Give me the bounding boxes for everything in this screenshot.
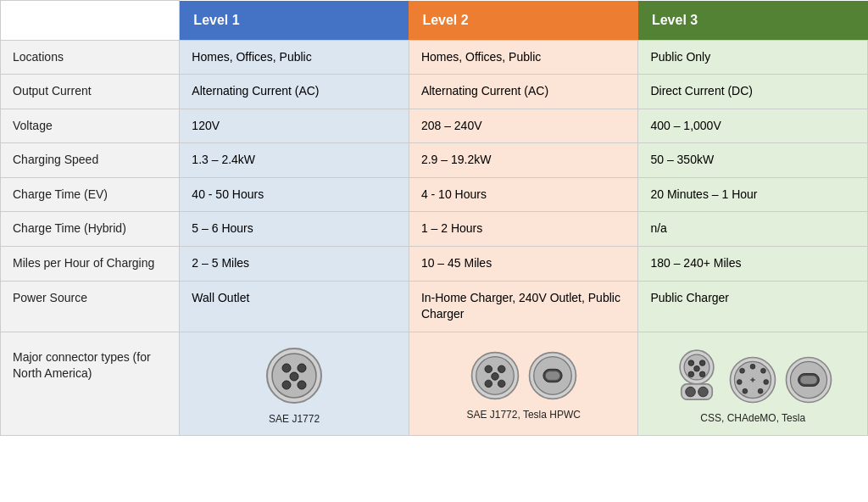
cell-l3: 400 – 1,000V [638, 109, 868, 143]
connector-l3-cell: CSS, CHAdeMO, Tesla [638, 332, 868, 435]
cell-l3: n/a [638, 212, 868, 247]
svg-point-3 [298, 364, 306, 372]
cell-l2: 4 - 10 Hours [409, 177, 638, 212]
cell-l1: 2 – 5 Miles [180, 247, 409, 282]
svg-point-21 [700, 360, 706, 366]
l3-connector-label: CSS, CHAdeMO, Tesla [647, 411, 859, 426]
connector-label-cell: Major connector types (for North America… [1, 332, 180, 435]
row-label: Charge Time (Hybrid) [1, 212, 180, 247]
connector-l1-cell: SAE J1772 [180, 332, 409, 435]
cell-l3: 180 – 240+ Miles [638, 247, 868, 282]
tesla-hpwc-icon [527, 350, 578, 401]
row-label: Locations [1, 40, 180, 75]
table-row: Charge Time (EV)40 - 50 Hours4 - 10 Hour… [1, 177, 868, 212]
cell-l1: Alternating Current (AC) [180, 75, 409, 109]
row-label: Charge Time (EV) [1, 177, 180, 212]
svg-point-23 [688, 371, 694, 377]
cell-l2: 1 – 2 Hours [409, 212, 638, 247]
header-empty [1, 1, 180, 41]
table-row: Voltage120V208 – 240V400 – 1,000V [1, 109, 868, 143]
header-level1: Level 1 [180, 1, 409, 41]
table-row: Power SourceWall OutletIn-Home Charger, … [1, 281, 868, 332]
cell-l2: In-Home Charger, 240V Outlet, Public Cha… [409, 281, 638, 332]
cell-l2: 10 – 45 Miles [409, 247, 638, 282]
svg-point-33 [758, 388, 763, 393]
l2-connector-label: SAE J1772, Tesla HPWC [418, 408, 630, 422]
cell-l1: 40 - 50 Hours [180, 177, 409, 212]
connector-l2-cell: SAE J1772, Tesla HPWC [409, 332, 638, 435]
svg-point-20 [688, 360, 694, 366]
cell-l1: Wall Outlet [180, 281, 409, 332]
row-label: Voltage [1, 109, 180, 143]
svg-point-22 [694, 365, 700, 371]
svg-point-12 [485, 380, 492, 388]
cell-l2: Alternating Current (AC) [409, 75, 638, 109]
cell-l1: 120V [180, 109, 409, 143]
svg-point-35 [737, 379, 743, 384]
svg-rect-42 [800, 376, 817, 384]
table-row: Charging Speed1.3 – 2.4kW2.9 – 19.2kW50 … [1, 143, 868, 178]
sae-j1772-icon [264, 346, 324, 405]
tesla-sc-icon [784, 355, 833, 404]
table-row: LocationsHomes, Offices, PublicHomes, Of… [1, 40, 868, 75]
svg-point-6 [298, 381, 306, 389]
row-label: Miles per Hour of Charging [1, 247, 180, 282]
cell-l1: 1.3 – 2.4kW [180, 143, 409, 178]
header-level3: Level 3 [638, 1, 868, 41]
table-row: Miles per Hour of Charging2 – 5 Miles10 … [1, 247, 868, 282]
row-label: Power Source [1, 281, 180, 332]
svg-point-13 [498, 380, 505, 388]
svg-point-31 [761, 368, 766, 373]
svg-point-4 [290, 372, 298, 381]
svg-point-11 [491, 372, 498, 380]
css-icon [672, 347, 721, 404]
cell-l3: 50 – 350kW [638, 143, 868, 178]
l2-sae-j1772-icon [470, 350, 520, 401]
svg-point-36 [740, 368, 745, 373]
cell-l2: Homes, Offices, Public [409, 40, 638, 75]
svg-point-34 [743, 388, 748, 393]
header-level2: Level 2 [409, 1, 638, 41]
cell-l2: 2.9 – 19.2kW [409, 143, 638, 178]
svg-point-10 [498, 365, 505, 373]
svg-point-32 [764, 379, 769, 384]
svg-point-2 [282, 364, 291, 372]
svg-point-27 [698, 387, 709, 397]
chademo-icon [728, 355, 777, 404]
svg-point-26 [686, 387, 696, 397]
cell-l1: Homes, Offices, Public [180, 40, 409, 75]
row-label: Output Current [1, 75, 180, 109]
svg-point-24 [700, 371, 706, 377]
ev-comparison-table: Level 1 Level 2 Level 3 LocationsHomes, … [0, 0, 868, 436]
svg-point-9 [485, 365, 492, 373]
cell-l3: Public Charger [638, 281, 868, 332]
row-label: Charging Speed [1, 143, 180, 178]
cell-l3: Public Only [638, 40, 868, 75]
cell-l1: 5 – 6 Hours [180, 212, 409, 247]
table-row: Charge Time (Hybrid)5 – 6 Hours1 – 2 Hou… [1, 212, 868, 247]
cell-l3: 20 Minutes – 1 Hour [638, 177, 868, 212]
svg-point-5 [282, 381, 291, 389]
cell-l2: 208 – 240V [409, 109, 638, 143]
svg-point-30 [750, 364, 755, 369]
svg-rect-17 [545, 371, 559, 380]
table-row: Output CurrentAlternating Current (AC)Al… [1, 75, 868, 109]
connector-row: Major connector types (for North America… [1, 332, 868, 435]
cell-l3: Direct Current (DC) [638, 75, 868, 109]
l1-connector-label: SAE J1772 [188, 412, 400, 427]
